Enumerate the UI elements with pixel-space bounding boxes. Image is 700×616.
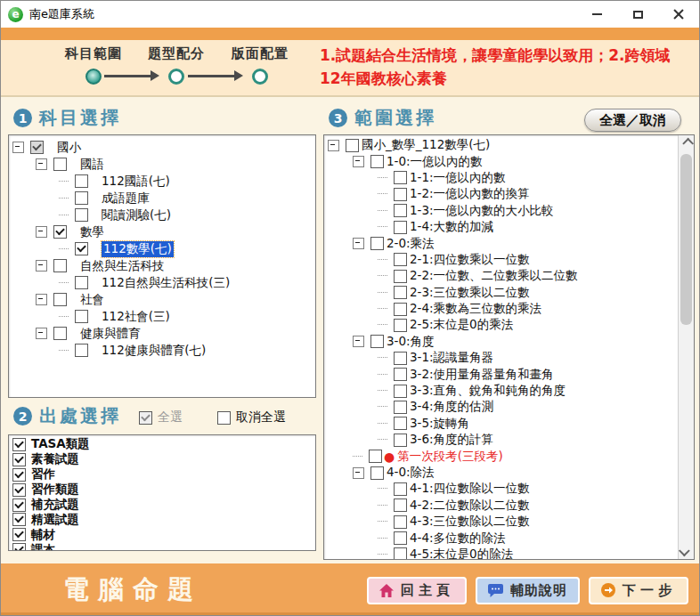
- checkbox[interactable]: [346, 139, 359, 152]
- range-tree-item[interactable]: 3-4:角度的估測: [324, 399, 679, 415]
- checkbox[interactable]: [75, 344, 88, 357]
- range-tree-item[interactable]: 4-5:末位是0的除法: [324, 547, 679, 559]
- range-tree-item[interactable]: ●第一次段考(三段考): [324, 448, 679, 464]
- checkbox[interactable]: [394, 434, 407, 447]
- expand-toggle-icon[interactable]: [36, 260, 47, 272]
- checkbox[interactable]: [394, 498, 407, 512]
- subject-tree-item[interactable]: 112社會(三): [9, 308, 315, 325]
- close-icon[interactable]: [658, 1, 699, 28]
- checkbox[interactable]: [394, 515, 407, 529]
- checkbox[interactable]: [394, 401, 407, 414]
- range-tree-item[interactable]: 4-2:二位數除以二位數: [324, 498, 679, 514]
- minimize-icon[interactable]: [576, 1, 617, 28]
- subject-tree-item[interactable]: 閱讀測驗(七): [9, 207, 315, 223]
- range-tree-item[interactable]: 3-0:角度: [324, 334, 679, 350]
- checkbox[interactable]: [394, 253, 407, 266]
- next-step-button[interactable]: 下一步: [589, 577, 688, 604]
- subject-tree-item[interactable]: 112數學(七): [9, 240, 315, 257]
- checkbox[interactable]: [30, 141, 44, 154]
- expand-toggle-icon[interactable]: [328, 140, 339, 151]
- checkbox[interactable]: [394, 270, 407, 283]
- subject-tree-item[interactable]: 國小: [9, 139, 315, 156]
- scroll-up-icon[interactable]: [679, 135, 694, 150]
- source-list-item[interactable]: 輔材: [9, 527, 315, 542]
- range-tree-item[interactable]: 1-3:一億以內數的大小比較: [324, 203, 679, 219]
- range-tree-item[interactable]: 2-1:四位數乘以一位數: [324, 252, 679, 268]
- checkbox[interactable]: [394, 204, 407, 217]
- checkbox[interactable]: [394, 171, 407, 184]
- range-tree-item[interactable]: 3-5:旋轉角: [324, 416, 679, 432]
- checkbox[interactable]: [394, 368, 407, 381]
- expand-toggle-icon[interactable]: [353, 238, 364, 249]
- checkbox[interactable]: [12, 438, 26, 451]
- checkbox[interactable]: [369, 450, 382, 463]
- source-list-item[interactable]: 補充試題: [9, 498, 315, 513]
- source-list-item[interactable]: 素養試題: [9, 452, 315, 467]
- subject-tree-item[interactable]: 112自然與生活科技(三): [9, 274, 315, 291]
- checkbox[interactable]: [75, 242, 88, 255]
- subject-tree-item[interactable]: 社會: [9, 291, 315, 308]
- range-tree-item[interactable]: 3-2:使用量角器量角和畫角: [324, 366, 679, 382]
- checkbox[interactable]: [12, 513, 26, 526]
- checkbox[interactable]: [75, 191, 88, 205]
- range-tree-item[interactable]: 2-0:乘法: [324, 235, 679, 251]
- checkbox[interactable]: [394, 319, 407, 332]
- checkbox[interactable]: [394, 221, 407, 234]
- expand-toggle-icon[interactable]: [353, 156, 364, 167]
- checkbox[interactable]: [394, 303, 407, 316]
- expand-toggle-icon[interactable]: [353, 336, 364, 347]
- range-tree-item[interactable]: 2-4:乘數為三位數的乘法: [324, 301, 679, 317]
- checkbox[interactable]: [394, 352, 407, 365]
- range-tree-item[interactable]: 2-3:三位數乘以二位數: [324, 285, 679, 301]
- source-list-item[interactable]: TASA類題: [9, 437, 315, 452]
- expand-toggle-icon[interactable]: [36, 328, 47, 339]
- range-tree-item[interactable]: 3-6:角度的計算: [324, 432, 679, 448]
- range-tree-item[interactable]: 1-0:一億以內的數: [324, 153, 679, 169]
- range-tree-item[interactable]: 4-1:四位數除以一位數: [324, 481, 679, 497]
- checkbox[interactable]: [53, 259, 67, 272]
- expand-toggle-icon[interactable]: [36, 158, 47, 170]
- maximize-icon[interactable]: [617, 1, 658, 28]
- checkbox[interactable]: [53, 293, 67, 306]
- home-button[interactable]: 回主頁: [367, 577, 467, 604]
- checkbox[interactable]: [394, 286, 407, 299]
- checkbox[interactable]: [12, 468, 26, 482]
- checkbox[interactable]: [75, 310, 88, 323]
- checkbox[interactable]: [370, 237, 384, 250]
- checkbox[interactable]: [370, 335, 384, 348]
- source-list-item[interactable]: 習作: [9, 467, 315, 482]
- checkbox[interactable]: [370, 155, 384, 168]
- checkbox[interactable]: [394, 385, 407, 398]
- checkbox[interactable]: [53, 327, 67, 340]
- checkbox[interactable]: [12, 498, 26, 512]
- toggle-all-button[interactable]: 全選／取消: [584, 109, 681, 132]
- range-tree-item[interactable]: 4-3:三位數除以二位數: [324, 514, 679, 530]
- help-button[interactable]: 輔助說明: [476, 577, 580, 604]
- range-tree-item[interactable]: 2-2:一位數、二位數乘以二位數: [324, 268, 679, 284]
- expand-toggle-icon[interactable]: [353, 467, 364, 479]
- checkbox[interactable]: [75, 174, 88, 188]
- checkbox[interactable]: [394, 531, 407, 545]
- expand-toggle-icon[interactable]: [12, 142, 24, 153]
- scrollbar-thumb[interactable]: [680, 154, 692, 325]
- checkbox[interactable]: [394, 547, 407, 559]
- checkbox[interactable]: [12, 453, 26, 466]
- range-tree-item[interactable]: 4-0:除法: [324, 465, 679, 481]
- range-tree-item[interactable]: 1-4:大數的加減: [324, 219, 679, 235]
- checkbox[interactable]: [394, 482, 407, 496]
- deselect-all-checkbox[interactable]: [217, 411, 231, 425]
- checkbox[interactable]: [75, 208, 88, 222]
- range-tree-item[interactable]: 國小_數學_112數學(七): [324, 137, 679, 153]
- subject-tree-item[interactable]: 國語: [9, 156, 315, 173]
- range-tree-item[interactable]: 3-1:認識量角器: [324, 350, 679, 366]
- subject-tree-item[interactable]: 112健康與體育(七): [9, 342, 315, 359]
- checkbox[interactable]: [12, 528, 26, 541]
- range-tree-item[interactable]: 4-4:多位數的除法: [324, 530, 679, 546]
- source-list-item[interactable]: 課本: [9, 542, 315, 551]
- scroll-down-icon[interactable]: [679, 544, 694, 559]
- range-tree-item[interactable]: 3-3:直角、銳角和鈍角的角度: [324, 383, 679, 399]
- expand-toggle-icon[interactable]: [36, 226, 47, 238]
- checkbox[interactable]: [53, 225, 67, 239]
- checkbox[interactable]: [370, 466, 384, 480]
- checkbox[interactable]: [12, 543, 26, 551]
